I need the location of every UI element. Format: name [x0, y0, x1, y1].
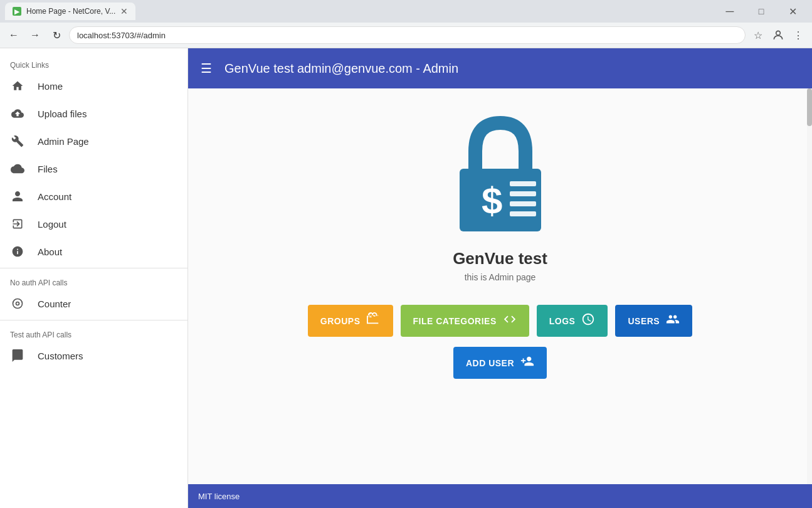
file-categories-icon	[503, 312, 517, 329]
users-icon	[666, 312, 680, 329]
groups-label: GROUPS	[320, 316, 361, 326]
menu-button[interactable]: ⋮	[789, 26, 807, 44]
bookmark-button[interactable]: ☆	[749, 26, 767, 44]
file-categories-button[interactable]: FILE CATEGORIES	[401, 305, 529, 337]
logout-icon	[10, 216, 25, 231]
window-restore-button[interactable]: □	[747, 2, 776, 21]
action-buttons-row2: ADD USER	[453, 347, 547, 379]
customers-icon	[10, 348, 25, 363]
sidebar-item-upload-files[interactable]: Upload files	[0, 100, 187, 127]
sidebar-divider-1	[0, 268, 187, 268]
app-header: ☰ GenVue test admin@genvue.com - Admin	[188, 48, 812, 88]
add-user-label: ADD USER	[466, 358, 514, 368]
app-container: Quick Links Home Upload files Admin Page…	[0, 48, 812, 508]
svg-rect-7	[510, 201, 536, 206]
svg-text:$: $	[482, 180, 502, 222]
groups-button[interactable]: GROUPS	[308, 305, 393, 337]
action-buttons-row1: GROUPS FILE CATEGORIES LOGS	[308, 305, 692, 337]
browser-tab[interactable]: ▶ Home Page - NetCore, V... ✕	[5, 3, 135, 20]
svg-point-0	[776, 31, 781, 35]
page-content: $ GenVue test this is Admin page GROUPS	[188, 88, 812, 484]
app-header-title: GenVue test admin@genvue.com - Admin	[224, 61, 458, 76]
sidebar-divider-2	[0, 320, 187, 320]
groups-icon	[367, 312, 381, 329]
sidebar-item-customers[interactable]: Customers	[0, 342, 187, 369]
wrench-icon	[10, 134, 25, 149]
sidebar-item-account[interactable]: Account	[0, 183, 187, 210]
users-label: USERS	[628, 316, 660, 326]
cloud-icon	[10, 161, 25, 176]
sidebar-item-home[interactable]: Home	[0, 72, 187, 100]
sidebar-item-logout[interactable]: Logout	[0, 210, 187, 238]
main-content: ☰ GenVue test admin@genvue.com - Admin $	[188, 48, 812, 508]
upload-icon	[10, 106, 25, 121]
browser-reload-button[interactable]: ↻	[48, 26, 65, 44]
sidebar-label-about: About	[38, 246, 62, 257]
svg-rect-8	[510, 211, 536, 216]
app-description: this is Admin page	[465, 272, 536, 282]
sidebar-label-logout: Logout	[38, 219, 66, 230]
quicklinks-label: Quick Links	[0, 53, 187, 72]
svg-point-1	[13, 299, 23, 309]
tab-favicon: ▶	[13, 7, 21, 16]
sidebar-item-counter[interactable]: Counter	[0, 290, 187, 317]
browser-back-button[interactable]: ←	[5, 26, 23, 44]
hamburger-button[interactable]: ☰	[198, 58, 214, 78]
sidebar-label-customers: Customers	[38, 351, 83, 361]
sidebar-label-admin-page: Admin Page	[38, 136, 89, 147]
lock-icon-container: $	[450, 114, 551, 239]
sidebar-item-about[interactable]: About	[0, 238, 187, 265]
sidebar-label-home: Home	[38, 81, 63, 92]
browser-toolbar: ← → ↻ ☆ ⋮	[0, 23, 812, 48]
svg-rect-6	[510, 191, 536, 196]
no-auth-label: No auth API calls	[0, 271, 187, 290]
app-footer: MIT license	[188, 484, 812, 508]
sidebar-label-files: Files	[38, 164, 58, 174]
window-close-button[interactable]: ✕	[778, 2, 807, 21]
sidebar-item-admin-page[interactable]: Admin Page	[0, 127, 187, 155]
sidebar-label-counter: Counter	[38, 299, 71, 309]
tab-close-button[interactable]: ✕	[120, 6, 128, 16]
scrollbar-thumb[interactable]	[807, 88, 812, 126]
sidebar-item-files[interactable]: Files	[0, 155, 187, 183]
scrollbar-track	[807, 88, 812, 484]
add-user-icon	[520, 354, 534, 371]
sidebar-label-account: Account	[38, 191, 71, 202]
logs-button[interactable]: LOGS	[537, 305, 608, 337]
browser-actions: ☆ ⋮	[749, 26, 807, 44]
svg-point-2	[16, 302, 19, 305]
add-user-button[interactable]: ADD USER	[453, 347, 547, 379]
tab-title: Home Page - NetCore, V...	[26, 7, 115, 16]
browser-forward-button[interactable]: →	[26, 26, 44, 44]
svg-rect-5	[510, 181, 536, 186]
home-icon	[10, 78, 25, 93]
lock-icon: $	[450, 114, 551, 239]
file-categories-label: FILE CATEGORIES	[413, 316, 497, 326]
counter-icon	[10, 296, 25, 311]
sidebar-label-upload-files: Upload files	[38, 108, 87, 119]
sidebar: Quick Links Home Upload files Admin Page…	[0, 48, 188, 508]
logs-label: LOGS	[549, 316, 576, 326]
footer-text: MIT license	[198, 492, 240, 501]
browser-titlebar: ▶ Home Page - NetCore, V... ✕ ─ □ ✕	[0, 0, 812, 23]
window-minimize-button[interactable]: ─	[715, 2, 744, 21]
info-icon	[10, 244, 25, 259]
test-auth-label: Test auth API calls	[0, 323, 187, 342]
app-name: GenVue test	[453, 249, 547, 268]
users-button[interactable]: USERS	[615, 305, 692, 337]
account-icon	[10, 189, 25, 204]
address-bar[interactable]	[69, 26, 746, 44]
profile-button[interactable]	[769, 26, 787, 44]
logs-icon	[581, 312, 595, 329]
browser-chrome: ▶ Home Page - NetCore, V... ✕ ─ □ ✕ ← → …	[0, 0, 812, 48]
